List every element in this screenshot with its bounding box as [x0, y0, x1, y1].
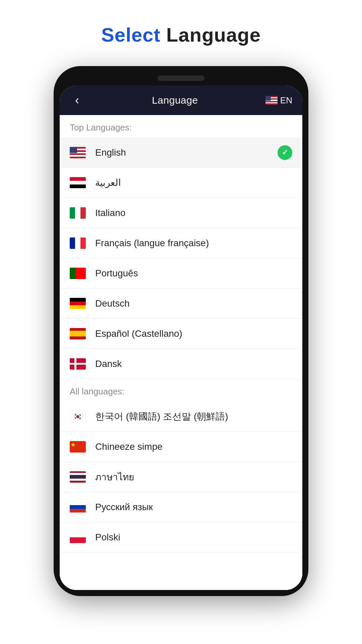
language-item-french[interactable]: Français (langue française) — [60, 228, 302, 258]
flag-th — [70, 471, 86, 483]
current-flag-icon — [265, 96, 278, 105]
flag-es — [70, 328, 86, 339]
language-item-german[interactable]: Deutsch — [60, 288, 302, 319]
back-button[interactable]: ‹ — [70, 93, 84, 107]
phone-speaker — [158, 75, 204, 81]
flag-ru — [70, 501, 86, 513]
language-name-polish: Polski — [95, 532, 292, 543]
flag-dk — [70, 358, 86, 370]
all-languages-header: All languages: — [60, 379, 302, 401]
navbar-title: Language — [152, 95, 198, 106]
top-languages-header: Top Languages: — [60, 115, 302, 138]
language-name-danish: Dansk — [95, 359, 292, 369]
flag-cn: ★ — [70, 441, 86, 452]
language-item-thai[interactable]: ภาษาไทย — [60, 462, 302, 492]
language-item-polish[interactable]: Polski — [60, 522, 302, 552]
phone-container: ‹ Language EN Top Languages: English ✓ — [54, 66, 308, 596]
language-item-italian[interactable]: Italiano — [60, 198, 302, 228]
language-item-chinese[interactable]: ★ Chineeze simpe — [60, 432, 302, 462]
language-name-chinese: Chineeze simpe — [95, 441, 292, 452]
flag-it — [70, 207, 86, 219]
top-bar: ‹ Language EN — [60, 86, 302, 115]
language-item-portuguese[interactable]: Português — [60, 258, 302, 288]
language-name-portuguese: Português — [95, 268, 292, 279]
flag-pl — [70, 532, 86, 543]
language-name-italian: Italiano — [95, 208, 292, 218]
language-item-danish[interactable]: Dansk — [60, 349, 302, 379]
current-lang-code: EN — [280, 95, 292, 106]
language-item-korean[interactable]: 🇰🇷 한국어 (韓國語) 조선말 (朝鮮語) — [60, 401, 302, 432]
language-list: Top Languages: English ✓ العربية — [60, 115, 302, 590]
language-name-english: English — [95, 147, 278, 158]
language-name-french: Français (langue française) — [95, 238, 292, 249]
page-title: Select Language — [101, 23, 261, 46]
flag-eg — [70, 177, 86, 189]
language-item-arabic[interactable]: العربية — [60, 168, 302, 198]
language-name-arabic: العربية — [95, 177, 292, 188]
language-name-korean: 한국어 (韓國語) 조선말 (朝鮮語) — [95, 410, 292, 423]
current-language-badge: EN — [265, 95, 292, 106]
flag-kr: 🇰🇷 — [70, 411, 86, 422]
language-name-russian: Русский язык — [95, 502, 292, 513]
phone-screen: ‹ Language EN Top Languages: English ✓ — [60, 86, 302, 590]
selected-check-icon: ✓ — [278, 145, 292, 160]
language-item-english[interactable]: English ✓ — [60, 138, 302, 168]
flag-us — [70, 147, 86, 158]
language-item-russian[interactable]: Русский язык — [60, 492, 302, 522]
language-item-spanish[interactable]: Español (Castellano) — [60, 319, 302, 349]
language-name-thai: ภาษาไทย — [95, 470, 292, 484]
flag-pt — [70, 268, 86, 279]
flag-de — [70, 298, 86, 309]
language-name-german: Deutsch — [95, 298, 292, 309]
flag-fr — [70, 237, 86, 249]
language-name-spanish: Español (Castellano) — [95, 328, 292, 339]
